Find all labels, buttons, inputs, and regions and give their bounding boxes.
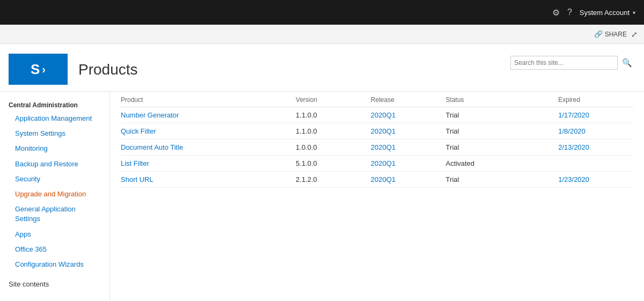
product-name-cell[interactable]: Document Auto Title	[121, 140, 296, 156]
page-title: Products	[78, 53, 138, 86]
sidebar-item-upgrade-migration[interactable]: Upgrade and Migration	[0, 187, 109, 202]
sidebar-item-system-settings[interactable]: System Settings	[0, 126, 109, 141]
table-row: List Filter5.1.0.02020Q1Activated	[121, 156, 633, 172]
release-cell: 2020Q1	[371, 123, 446, 140]
col-header-release: Release	[371, 94, 446, 107]
status-cell: Trial	[446, 123, 559, 140]
status-cell: Trial	[446, 172, 559, 188]
sharepoint-logo[interactable]: S ›	[9, 54, 68, 85]
expired-cell: 2/13/2020	[558, 140, 633, 156]
sidebar-item-app-mgmt[interactable]: Application Management	[0, 111, 109, 126]
logo-arrow-icon: ›	[42, 63, 46, 76]
product-name-cell[interactable]: Short URL	[121, 172, 296, 188]
expired-cell: 1/23/2020	[558, 172, 633, 188]
product-name-cell[interactable]: Number Generator	[121, 107, 296, 123]
product-name-cell[interactable]: List Filter	[121, 156, 296, 172]
sub-bar: 🔗 SHARE ⤢	[0, 25, 644, 44]
version-cell: 5.1.0.0	[296, 156, 371, 172]
sidebar-item-security[interactable]: Security	[0, 172, 109, 187]
sidebar-item-config-wizards[interactable]: Configuration Wizards	[0, 257, 109, 272]
version-cell: 2.1.2.0	[296, 172, 371, 188]
focus-button[interactable]: ⤢	[631, 30, 638, 39]
sidebar-item-general-app-settings[interactable]: General Application Settings	[0, 202, 109, 226]
help-icon[interactable]: ?	[567, 8, 572, 17]
logo-letter: S	[31, 61, 40, 78]
central-admin-label: Central Administration	[0, 97, 109, 111]
col-header-expired: Expired	[558, 94, 633, 107]
status-cell: Trial	[446, 140, 559, 156]
search-input[interactable]	[510, 56, 618, 70]
content-area: Product Version Release Status Expired N…	[110, 92, 644, 301]
top-bar: ⚙ ? System Account ▾	[0, 0, 644, 25]
share-label: SHARE	[605, 31, 627, 38]
expired-cell	[558, 156, 633, 172]
gear-icon[interactable]: ⚙	[552, 8, 560, 18]
top-bar-icons: ⚙ ? System Account ▾	[552, 8, 635, 18]
release-cell: 2020Q1	[371, 107, 446, 123]
user-menu[interactable]: System Account ▾	[580, 9, 635, 17]
release-cell: 2020Q1	[371, 156, 446, 172]
col-header-product: Product	[121, 94, 296, 107]
version-cell: 1.1.0.0	[296, 123, 371, 140]
main-layout: Central Administration Application Manag…	[0, 92, 644, 301]
expired-cell: 1/17/2020	[558, 107, 633, 123]
share-button[interactable]: 🔗 SHARE	[594, 30, 627, 38]
logo-text: S ›	[31, 61, 46, 78]
table-row: Number Generator1.1.0.02020Q1Trial1/17/2…	[121, 107, 633, 123]
table-header-row: Product Version Release Status Expired	[121, 94, 633, 107]
table-row: Quick Filter1.1.0.02020Q1Trial1/8/2020	[121, 123, 633, 140]
table-row: Short URL2.1.2.02020Q1Trial1/23/2020	[121, 172, 633, 188]
user-name: System Account	[580, 9, 630, 17]
status-cell: Activated	[446, 156, 559, 172]
release-cell: 2020Q1	[371, 172, 446, 188]
header-row: S › Products 🔍	[0, 44, 644, 92]
search-area: 🔍	[510, 56, 633, 70]
search-icon: 🔍	[622, 58, 632, 67]
share-icon: 🔗	[594, 30, 603, 38]
product-name-cell[interactable]: Quick Filter	[121, 123, 296, 140]
status-cell: Trial	[446, 107, 559, 123]
sidebar-item-monitoring[interactable]: Monitoring	[0, 141, 109, 156]
search-button[interactable]: 🔍	[621, 57, 633, 69]
chevron-down-icon: ▾	[633, 10, 635, 16]
sidebar-item-apps[interactable]: Apps	[0, 227, 109, 242]
sidebar: Central Administration Application Manag…	[0, 92, 110, 301]
col-header-status: Status	[446, 94, 559, 107]
sidebar-item-backup-restore[interactable]: Backup and Restore	[0, 157, 109, 172]
sidebar-item-office365[interactable]: Office 365	[0, 242, 109, 257]
sidebar-item-site-contents[interactable]: Site contents	[0, 277, 109, 291]
release-cell: 2020Q1	[371, 140, 446, 156]
focus-icon: ⤢	[631, 30, 638, 39]
expired-cell: 1/8/2020	[558, 123, 633, 140]
products-table: Product Version Release Status Expired N…	[121, 94, 633, 188]
col-header-version: Version	[296, 94, 371, 107]
header-left: S › Products	[9, 53, 138, 86]
table-row: Document Auto Title1.0.0.02020Q1Trial2/1…	[121, 140, 633, 156]
version-cell: 1.0.0.0	[296, 140, 371, 156]
version-cell: 1.1.0.0	[296, 107, 371, 123]
